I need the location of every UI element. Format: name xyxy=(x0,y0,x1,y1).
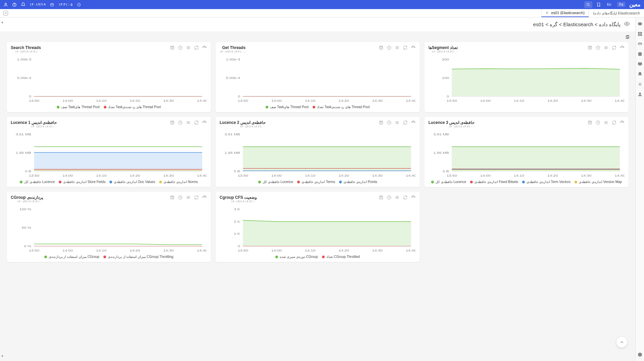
search-button[interactable] xyxy=(584,1,592,8)
chart: 3.91 MB1.95 MB0 B13:5014:0014:1014:2014:… xyxy=(11,131,207,178)
alert-bell-icon[interactable] xyxy=(638,72,642,77)
scroll-down-arrow-icon: ▼ xyxy=(1,354,4,358)
refresh-icon[interactable] xyxy=(194,195,199,200)
save-icon[interactable] xyxy=(379,45,383,50)
gauge-icon[interactable] xyxy=(411,120,416,125)
svg-text:0: 0 xyxy=(29,95,31,98)
eye-icon[interactable] xyxy=(638,21,642,26)
refresh-icon[interactable] xyxy=(403,195,408,200)
svg-rect-130 xyxy=(379,196,382,199)
bookmark-icon[interactable] xyxy=(596,2,601,7)
menu-icon[interactable] xyxy=(186,120,191,125)
save-icon[interactable] xyxy=(170,195,175,200)
close-all-tabs-icon[interactable]: × xyxy=(3,11,8,15)
svg-text:14:00: 14:00 xyxy=(62,99,73,102)
svg-point-20 xyxy=(626,23,628,25)
legend-item: صف Taskهای Thread Pool xyxy=(266,105,309,109)
user-icon[interactable] xyxy=(3,2,8,7)
panel-timestamp: ۱۴۰۱/۲/۱۹ ۱۴:۴۱:۰۰ xyxy=(220,125,266,128)
refresh-icon[interactable] xyxy=(194,120,199,125)
panel-lucene3: حافظه‌ی اندیس Lucence 3 ۱۴۰۱/۲/۱۹ ۱۴:۴۱:… xyxy=(424,117,629,187)
svg-point-6 xyxy=(14,5,15,6)
tab-es01[interactable]: es01 (Elasticsearch) × xyxy=(541,9,589,17)
list-icon[interactable] xyxy=(638,52,642,56)
help-icon[interactable] xyxy=(12,2,17,7)
svg-text:200: 200 xyxy=(442,58,449,61)
svg-text:14:20: 14:20 xyxy=(338,99,349,102)
save-icon[interactable] xyxy=(588,45,592,50)
menu-icon[interactable] xyxy=(186,195,191,200)
svg-text:14:40: 14:40 xyxy=(614,174,625,177)
refresh-icon[interactable] xyxy=(403,120,408,125)
svg-text:0 B: 0 B xyxy=(234,170,240,173)
save-icon[interactable] xyxy=(170,45,175,50)
menu-icon[interactable] xyxy=(395,195,400,200)
gauge-icon[interactable] xyxy=(202,120,207,125)
save-icon[interactable] xyxy=(588,120,592,125)
svg-line-1 xyxy=(589,5,590,6)
bell-icon[interactable] xyxy=(21,2,26,7)
menu-icon[interactable] xyxy=(604,45,608,50)
refresh-icon[interactable] xyxy=(403,45,408,50)
svg-text:1.95 MB: 1.95 MB xyxy=(16,151,31,154)
svg-rect-85 xyxy=(379,121,382,124)
chart: 3 K2 K1 K013:5014:0014:1014:2014:3014:40 xyxy=(220,206,416,253)
chart-legend: دوره‌ی سپری شده CGroupتعداد CGroup Throt… xyxy=(220,255,416,259)
users-icon[interactable] xyxy=(638,92,642,97)
menu-icon[interactable] xyxy=(395,120,400,125)
legend-item: صف Taskهای Thread Pool xyxy=(57,105,100,109)
breadcrumb: پایگاه داده > Elasticsearch > گره > es01 xyxy=(533,21,620,28)
save-icon[interactable] xyxy=(379,120,383,125)
refresh-icon[interactable] xyxy=(625,35,630,39)
refresh-icon[interactable] xyxy=(612,45,616,50)
svg-text:14:30: 14:30 xyxy=(581,174,591,177)
save-icon[interactable] xyxy=(170,120,175,125)
history-icon[interactable] xyxy=(596,45,600,50)
svg-rect-11 xyxy=(638,34,639,36)
svg-point-7 xyxy=(5,3,7,5)
history-icon[interactable] xyxy=(387,45,392,50)
lang-en-button[interactable]: En xyxy=(605,2,613,7)
history-icon[interactable] xyxy=(178,195,183,200)
svg-rect-70 xyxy=(171,121,174,124)
panel-timestamp: ۱۴۰۱/۲/۱۹ ۱۴:۴۱:۰۰ xyxy=(11,200,43,203)
svg-text:0: 0 xyxy=(238,244,240,248)
chart: 200100013:5014:0014:1014:2014:3014:40 xyxy=(428,56,625,103)
svg-point-8 xyxy=(639,23,641,25)
svg-text:3.91 MB: 3.91 MB xyxy=(225,133,240,136)
cube-icon[interactable] xyxy=(638,352,642,357)
history-icon[interactable] xyxy=(596,120,600,125)
svg-point-18 xyxy=(639,84,641,85)
svg-text:14:10: 14:10 xyxy=(96,99,106,102)
refresh-icon[interactable] xyxy=(194,45,199,50)
close-tab-icon[interactable]: × xyxy=(546,10,548,15)
visibility-icon[interactable] xyxy=(624,21,630,28)
gauge-icon[interactable] xyxy=(202,195,207,200)
history-icon[interactable] xyxy=(178,120,183,125)
gauge-icon[interactable] xyxy=(411,45,416,50)
svg-rect-3 xyxy=(51,3,53,6)
tab-elasticsearch-databases[interactable]: Elasticsearch (پایگاه‌های داده) xyxy=(589,9,644,17)
gauge-icon[interactable] xyxy=(620,45,625,50)
save-icon[interactable] xyxy=(379,195,383,200)
history-icon[interactable] xyxy=(387,195,392,200)
overview-icon[interactable] xyxy=(638,32,642,36)
svg-text:100: 100 xyxy=(442,76,449,80)
scroll-to-top-button[interactable] xyxy=(616,337,627,348)
refresh-icon[interactable] xyxy=(612,120,616,125)
menu-icon[interactable] xyxy=(604,120,608,125)
gauge-icon[interactable] xyxy=(411,195,416,200)
monitor-icon[interactable] xyxy=(638,62,642,66)
lang-fa-button[interactable]: Fa xyxy=(617,2,625,7)
history-icon[interactable] xyxy=(387,120,392,125)
gauge-icon[interactable] xyxy=(202,45,207,50)
panel-segments: تعداد Segmentها ۱۴۰۱/۲/۱۹ ۱۴:۴۱:۰۰ 20010… xyxy=(424,42,629,112)
balance-icon[interactable] xyxy=(638,42,642,46)
svg-point-19 xyxy=(639,93,641,94)
legend-item: میزان استفاده از پردازنده‌ی CGroup Throt… xyxy=(103,255,173,259)
gauge-icon[interactable] xyxy=(620,120,625,125)
gear-icon[interactable] xyxy=(638,82,642,87)
history-icon[interactable] xyxy=(178,45,183,50)
menu-icon[interactable] xyxy=(395,45,400,50)
menu-icon[interactable] xyxy=(186,45,191,50)
